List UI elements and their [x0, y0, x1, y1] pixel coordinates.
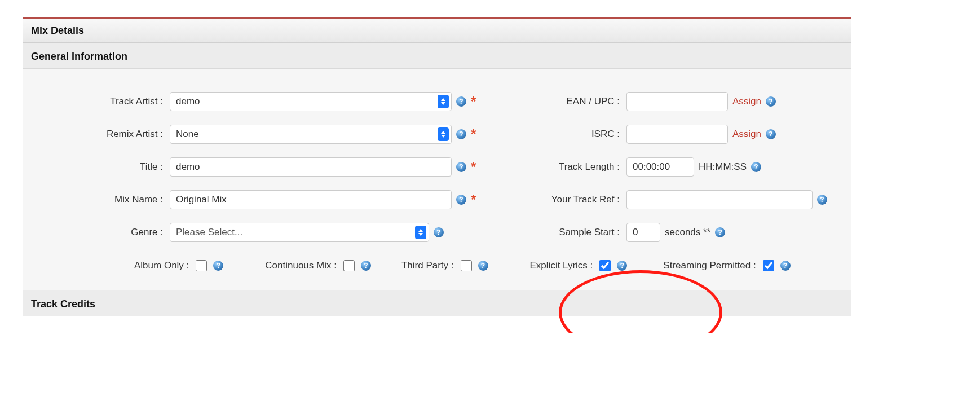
- explicit-lyrics-label: Explicit Lyrics :: [530, 260, 593, 271]
- help-icon[interactable]: ?: [766, 96, 776, 107]
- track-ref-label: Your Track Ref :: [531, 194, 626, 205]
- chevron-updown-icon: [438, 95, 449, 108]
- required-star-icon: *: [471, 192, 476, 208]
- third-party-label: Third Party :: [401, 260, 454, 271]
- help-icon[interactable]: ?: [780, 261, 791, 271]
- track-artist-label: Track Artist :: [57, 96, 170, 107]
- track-ref-input[interactable]: [626, 190, 813, 209]
- track-artist-value: demo: [176, 96, 200, 107]
- title-label: Title :: [57, 161, 170, 173]
- isrc-label: ISRC :: [531, 129, 626, 140]
- isrc-assign-link[interactable]: Assign: [732, 129, 761, 140]
- required-star-icon: *: [471, 94, 476, 109]
- third-party-checkbox[interactable]: [461, 260, 472, 271]
- help-icon[interactable]: ?: [617, 261, 627, 271]
- album-only-label: Album Only :: [134, 260, 189, 271]
- help-icon[interactable]: ?: [766, 129, 776, 139]
- help-icon[interactable]: ?: [361, 261, 371, 271]
- form-body: Track Artist : demo ? * Remix Artist :: [23, 69, 851, 290]
- genre-select[interactable]: Please Select...: [170, 223, 429, 242]
- section-track-credits: Track Credits: [23, 290, 851, 316]
- chevron-updown-icon: [415, 226, 426, 239]
- sample-start-hint: seconds **: [665, 227, 710, 238]
- help-icon[interactable]: ?: [456, 195, 466, 205]
- help-icon[interactable]: ?: [478, 261, 488, 271]
- required-star-icon: *: [471, 159, 476, 175]
- required-star-icon: *: [471, 126, 476, 142]
- help-icon[interactable]: ?: [751, 162, 761, 172]
- isrc-input[interactable]: [626, 125, 728, 144]
- chevron-updown-icon: [438, 127, 449, 141]
- remix-artist-value: None: [176, 129, 199, 140]
- track-length-input[interactable]: [626, 157, 694, 177]
- title-input[interactable]: [170, 157, 452, 177]
- mix-name-label: Mix Name :: [57, 194, 170, 205]
- sample-start-label: Sample Start :: [531, 227, 626, 238]
- checkbox-row: Album Only : ? Continuous Mix : ? Third …: [57, 255, 817, 273]
- genre-label: Genre :: [57, 227, 170, 238]
- remix-artist-select[interactable]: None: [170, 125, 452, 144]
- continuous-mix-label: Continuous Mix :: [265, 260, 337, 271]
- ean-upc-input[interactable]: [626, 92, 728, 111]
- track-length-hint: HH:MM:SS: [699, 161, 747, 173]
- track-artist-select[interactable]: demo: [170, 92, 452, 111]
- help-icon[interactable]: ?: [817, 195, 827, 205]
- ean-upc-label: EAN / UPC :: [531, 96, 626, 107]
- help-icon[interactable]: ?: [213, 261, 223, 271]
- help-icon[interactable]: ?: [456, 162, 466, 172]
- streaming-permitted-checkbox[interactable]: [763, 260, 774, 271]
- explicit-lyrics-checkbox[interactable]: [599, 260, 611, 271]
- help-icon[interactable]: ?: [715, 227, 725, 237]
- remix-artist-label: Remix Artist :: [57, 129, 170, 140]
- help-icon[interactable]: ?: [456, 96, 466, 107]
- streaming-permitted-label: Streaming Permitted :: [663, 260, 756, 271]
- ean-assign-link[interactable]: Assign: [732, 96, 761, 107]
- album-only-checkbox[interactable]: [196, 260, 207, 271]
- panel-title: Mix Details: [23, 19, 851, 43]
- help-icon[interactable]: ?: [434, 227, 444, 237]
- genre-placeholder: Please Select...: [176, 227, 242, 238]
- track-length-label: Track Length :: [531, 161, 626, 173]
- section-general-information: General Information: [23, 43, 851, 69]
- continuous-mix-checkbox[interactable]: [343, 260, 355, 271]
- mix-details-panel: Mix Details General Information Track Ar…: [23, 17, 851, 316]
- mix-name-input[interactable]: [170, 190, 452, 209]
- help-icon[interactable]: ?: [456, 129, 466, 139]
- sample-start-input[interactable]: [626, 223, 660, 242]
